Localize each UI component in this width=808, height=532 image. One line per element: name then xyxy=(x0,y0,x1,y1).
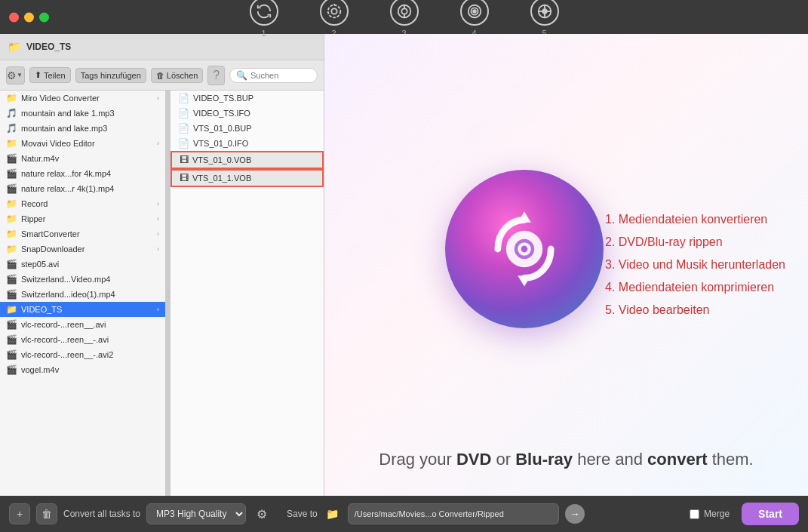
list-item[interactable]: 📄 VIDEO_TS.IFO xyxy=(171,106,324,121)
feature-item: 1. Mediendateien konvertieren xyxy=(605,213,785,226)
merge-checkbox[interactable] xyxy=(690,509,699,519)
list-item[interactable]: 🎞 VTS_01_0.VOB xyxy=(171,151,324,169)
list-item[interactable]: 🎵 mountain and lake 1.mp3 xyxy=(0,106,165,121)
arrow-right-icon: → xyxy=(570,508,580,520)
trash-bottom-icon: 🗑 xyxy=(41,508,52,520)
file-name: VIDEO_TS.BUP xyxy=(193,94,316,103)
list-item[interactable]: 🎬 nature relax...r 4k(1).mp4 xyxy=(0,181,165,196)
convert-icon xyxy=(250,0,278,26)
file-name: Switzerland...ideo(1).mp4 xyxy=(21,290,159,299)
help-button[interactable]: ? xyxy=(207,66,225,85)
file-icon: 🎬 xyxy=(6,334,17,345)
search-icon: 🔍 xyxy=(236,70,247,81)
file-name: mountain and lake.mp3 xyxy=(21,124,159,133)
delete-button[interactable]: 🗑 Löschen xyxy=(151,68,204,83)
file-name: Ripper xyxy=(21,214,153,223)
file-icon: 📁 xyxy=(6,214,17,224)
list-item[interactable]: 🎬 vogel.m4v xyxy=(0,362,165,377)
start-button[interactable]: Start xyxy=(742,503,799,525)
search-input[interactable] xyxy=(250,71,311,80)
list-item[interactable]: 🎵 mountain and lake.mp3 xyxy=(0,121,165,136)
file-list-left: 📁 Miro Video Converter ›🎵 mountain and l… xyxy=(0,91,166,496)
remove-task-button[interactable]: 🗑 xyxy=(36,503,57,524)
chevron-right-icon: › xyxy=(157,200,159,208)
list-item[interactable]: 📁 Record › xyxy=(0,196,165,211)
right-panel: 1. Mediendateien konvertieren2. DVD/Blu-… xyxy=(324,34,808,496)
file-name: Switzerland...Video.mp4 xyxy=(21,275,159,284)
feature-item: 4. Mediendateien komprimieren xyxy=(605,281,785,294)
convert-all-label: Convert all tasks to xyxy=(63,509,140,519)
list-item[interactable]: 📁 SnapDownloader › xyxy=(0,241,165,257)
svg-point-0 xyxy=(331,8,336,14)
titlebar: 1 2 3 xyxy=(0,0,808,34)
save-to-label: Save to xyxy=(287,509,318,519)
svg-point-9 xyxy=(473,10,476,13)
list-item[interactable]: 📁 SmartConverter › xyxy=(0,226,165,241)
file-icon: 📁 xyxy=(6,138,17,149)
file-icon: 📁 xyxy=(6,244,17,254)
settings-button[interactable]: ⚙ xyxy=(252,504,272,524)
drag-suffix2: them. xyxy=(708,450,754,469)
minimize-button[interactable] xyxy=(24,12,34,22)
file-name: vlc-record-...reen__-.avi2 xyxy=(21,350,159,359)
toolbar-icons: 1 2 3 xyxy=(250,0,559,38)
toolbar-rip-btn[interactable]: 2 xyxy=(320,0,349,38)
svg-point-11 xyxy=(542,9,547,14)
toolbar-convert-btn[interactable]: 1 xyxy=(250,0,278,38)
list-item[interactable]: 🎬 nature relax...for 4k.mp4 xyxy=(0,166,165,181)
share-button[interactable]: ⬆ Teilen xyxy=(29,67,71,83)
list-item[interactable]: 📁 Ripper › xyxy=(0,211,165,226)
file-icon: 📁 xyxy=(6,304,17,315)
action-button[interactable]: ⚙ ▼ xyxy=(6,66,25,85)
toolbar-edit-btn[interactable]: 5 xyxy=(530,0,559,38)
trash-icon: 🗑 xyxy=(156,71,164,80)
chevron-down-icon: ▼ xyxy=(17,72,23,78)
list-item[interactable]: 🎬 step05.avi xyxy=(0,257,165,272)
drag-dvd: DVD xyxy=(456,450,491,469)
feature-item: 3. Video und Musik herunterladen xyxy=(605,258,785,272)
list-item[interactable]: 🎞 VTS_01_1.VOB xyxy=(171,169,324,187)
drag-bluray: Blu-ray xyxy=(515,450,573,469)
file-name: nature relax...r 4k(1).mp4 xyxy=(21,184,159,193)
svg-point-20 xyxy=(521,246,528,253)
feature-item: 2. DVD/Blu-ray rippen xyxy=(605,235,785,249)
toolbar-download-btn[interactable]: 3 xyxy=(390,0,419,38)
features-list: 1. Mediendateien konvertieren2. DVD/Blu-… xyxy=(605,213,785,317)
maximize-button[interactable] xyxy=(39,12,49,22)
list-item[interactable]: 🎬 Natur.m4v xyxy=(0,151,165,166)
file-name: SmartConverter xyxy=(21,229,153,238)
logo-circle xyxy=(445,170,604,328)
list-item[interactable]: 🎬 Switzerland...ideo(1).mp4 xyxy=(0,287,165,302)
file-icon: 📄 xyxy=(178,93,189,103)
list-item[interactable]: 🎬 vlc-record-...reen__-.avi xyxy=(0,332,165,347)
file-icon: 🎵 xyxy=(6,108,17,118)
file-icon: 🎵 xyxy=(6,123,17,134)
file-icon: 📄 xyxy=(178,108,189,118)
list-item[interactable]: 📄 VTS_01_0.IFO xyxy=(171,136,324,151)
add-task-button[interactable]: + xyxy=(9,503,30,524)
tag-button[interactable]: Tags hinzufügen xyxy=(75,68,146,83)
list-item[interactable]: 📄 VTS_01_0.BUP xyxy=(171,121,324,136)
list-item[interactable]: 📁 VIDEO_TS › xyxy=(0,302,165,317)
finder-search[interactable]: 🔍 xyxy=(229,68,318,83)
list-item[interactable]: 🎬 vlc-record-...reen__-.avi2 xyxy=(0,347,165,362)
list-item[interactable]: 📁 Miro Video Converter › xyxy=(0,91,165,106)
logo-area xyxy=(445,170,604,328)
list-item[interactable]: 🎬 Switzerland...Video.mp4 xyxy=(0,272,165,287)
toolbar-num-1: 1 xyxy=(261,29,266,38)
left-panel: 📁 VIDEO_TS ⚙ ▼ ⬆ Teilen Tags hinzufügen … xyxy=(0,34,324,496)
close-button[interactable] xyxy=(9,12,19,22)
file-name: Miro Video Converter xyxy=(21,94,153,103)
format-select[interactable]: MP3 High Quality xyxy=(146,503,246,524)
file-icon: 📁 xyxy=(6,93,17,103)
folder-browse-button[interactable]: 📁 xyxy=(324,505,342,523)
share-icon: ⬆ xyxy=(35,70,41,80)
file-name: VTS_01_0.VOB xyxy=(192,155,315,165)
file-icon: 📁 xyxy=(6,198,17,209)
list-item[interactable]: 📄 VIDEO_TS.BUP xyxy=(171,91,324,106)
list-item[interactable]: 📁 Movavi Video Editor › xyxy=(0,136,165,151)
toolbar-compress-btn[interactable]: 4 xyxy=(460,0,489,38)
save-arrow-button[interactable]: → xyxy=(565,504,585,524)
file-name: mountain and lake 1.mp3 xyxy=(21,109,159,118)
list-item[interactable]: 🎬 vlc-record-...reen__.avi xyxy=(0,317,165,332)
